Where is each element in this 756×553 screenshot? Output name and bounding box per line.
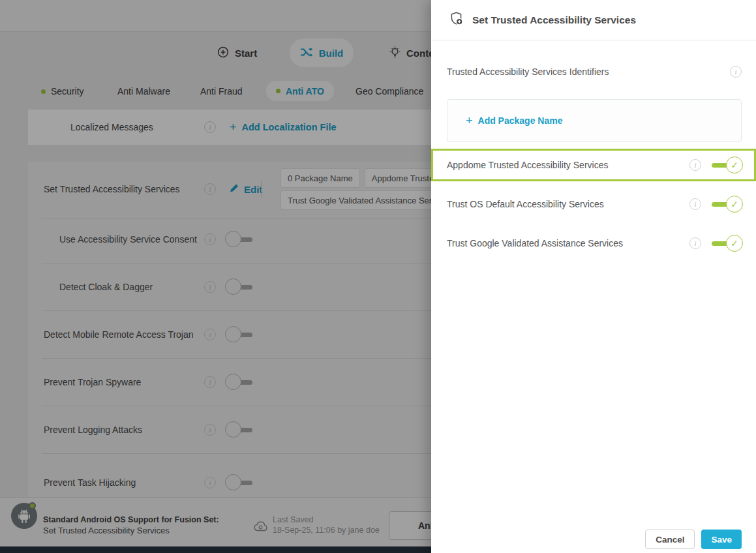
- panel-row-label: Trust Google Validated Assistance Servic…: [447, 238, 689, 248]
- identifiers-label: Trusted Accessibility Services Identifie…: [447, 67, 730, 77]
- checkmark-icon: [726, 196, 743, 213]
- panel-footer: Cancel Save: [645, 530, 742, 549]
- panel-row-trust-google-validated: Trust Google Validated Assistance Servic…: [431, 227, 756, 260]
- info-icon[interactable]: [689, 237, 701, 249]
- checkmark-icon: [726, 235, 743, 252]
- toggle-on[interactable]: [712, 156, 743, 174]
- shield-plus-icon: [449, 11, 464, 29]
- toggle-on[interactable]: [712, 234, 743, 252]
- info-icon[interactable]: [689, 159, 701, 171]
- toggle-on[interactable]: [712, 195, 743, 213]
- panel-row-label: Trust OS Default Accessibility Services: [447, 199, 689, 209]
- panel-row-label: Appdome Trusted Accessibility Services: [447, 160, 689, 170]
- plus-icon: +: [466, 116, 473, 125]
- cancel-button[interactable]: Cancel: [645, 530, 695, 549]
- panel-row-appdome-trusted: Appdome Trusted Accessibility Services: [431, 149, 756, 181]
- panel-header: Set Trusted Accessibility Services: [431, 0, 756, 40]
- add-package-name-label: Add Package Name: [478, 115, 563, 126]
- info-icon[interactable]: [689, 198, 701, 210]
- info-icon[interactable]: [730, 66, 742, 78]
- checkmark-icon: [726, 157, 743, 173]
- panel-title: Set Trusted Accessibility Services: [472, 14, 636, 26]
- set-trusted-accessibility-services-panel: Set Trusted Accessibility Services Trust…: [431, 0, 756, 553]
- panel-row-trust-os-default: Trust OS Default Accessibility Services: [431, 188, 756, 220]
- add-package-name-button[interactable]: + Add Package Name: [447, 99, 742, 142]
- identifiers-row: Trusted Accessibility Services Identifie…: [447, 63, 742, 81]
- save-button[interactable]: Save: [701, 530, 742, 549]
